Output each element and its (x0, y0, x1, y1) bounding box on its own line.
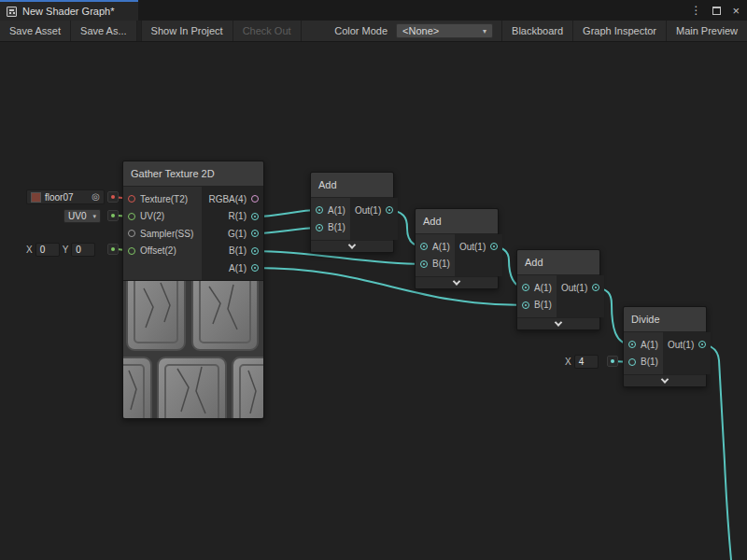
node-add-2[interactable]: Add A(1) B(1) Out(1) (415, 208, 499, 289)
graph-inspector-toggle-button[interactable]: Graph Inspector (572, 21, 666, 41)
port-label: A(1) (534, 283, 552, 293)
texture-object-field[interactable]: floor07 ◎ (26, 189, 105, 204)
port-b[interactable] (316, 224, 323, 231)
save-as-button[interactable]: Save As... (71, 21, 137, 41)
port-label: G(1) (228, 229, 247, 239)
port-texture[interactable] (128, 195, 135, 203)
preview-expander[interactable] (517, 317, 599, 329)
port-sampler[interactable] (128, 230, 135, 237)
node-title: Gather Texture 2D (123, 161, 263, 187)
port-out[interactable] (490, 243, 498, 250)
save-asset-button[interactable]: Save Asset (0, 21, 71, 41)
object-picker-icon[interactable]: ◎ (92, 192, 100, 202)
input-ports: A(1) B(1) (517, 275, 557, 317)
output-ports: RGBA(4) R(1) G(1) B(1) A(1) (202, 187, 263, 280)
port-out[interactable] (386, 206, 393, 214)
offset-x-input[interactable]: 0 (35, 243, 60, 257)
port-a[interactable] (628, 341, 636, 348)
offset-y-input[interactable]: 0 (71, 243, 95, 257)
graph-inspector-label: Graph Inspector (583, 25, 656, 36)
port-label: B(1) (328, 222, 345, 232)
tab-shader-graph[interactable]: New Shader Graph* (0, 0, 138, 21)
preview-expander[interactable] (624, 374, 706, 386)
offset-vector2-field: X 0 Y 0 (26, 243, 95, 257)
input-ports: A(1) B(1) (311, 198, 350, 240)
port-label: Texture(T2) (140, 194, 188, 204)
preview-expander[interactable] (416, 276, 498, 288)
node-title: Add (517, 250, 599, 275)
port-offset[interactable] (128, 247, 135, 255)
port-label: B(1) (534, 300, 552, 310)
port-label: B(1) (432, 259, 450, 269)
chevron-down-icon (453, 277, 460, 285)
port-out[interactable] (698, 341, 706, 348)
chevron-down-icon: ▾ (92, 213, 96, 220)
chevron-down-icon (661, 375, 669, 383)
blackboard-label: Blackboard (512, 25, 563, 36)
node-add-1[interactable]: Add A(1) B(1) Out(1) (310, 172, 394, 253)
texture-swatch (31, 192, 41, 203)
port-uv[interactable] (128, 213, 135, 220)
close-icon[interactable]: × (732, 5, 740, 17)
node-add-3[interactable]: Add A(1) B(1) Out(1) (516, 249, 600, 330)
port-g[interactable] (251, 230, 259, 237)
port-label: A(1) (328, 205, 345, 216)
port-a[interactable] (522, 284, 529, 291)
texture-field-value: floor07 (45, 192, 74, 203)
port-b[interactable] (628, 358, 636, 366)
save-as-label: Save As... (80, 25, 127, 36)
port-a[interactable] (420, 243, 428, 250)
uv-stub-port[interactable] (107, 210, 119, 221)
main-preview-toggle-button[interactable]: Main Preview (666, 21, 747, 41)
offset-x-label: X (26, 245, 33, 255)
divide-b-field: X 4 (565, 355, 599, 369)
chevron-down-icon (555, 318, 562, 326)
offset-stub-port[interactable] (107, 244, 119, 255)
port-b[interactable] (420, 260, 428, 268)
port-a[interactable] (251, 264, 259, 272)
maximize-icon[interactable] (712, 7, 721, 15)
port-b[interactable] (251, 247, 259, 255)
output-ports: Out(1) (350, 198, 398, 240)
edge-layer (0, 42, 747, 560)
port-rgba[interactable] (251, 195, 259, 203)
port-b[interactable] (522, 301, 529, 309)
node-title: Divide (624, 307, 706, 332)
node-divide[interactable]: Divide A(1) B(1) Out(1) (623, 306, 707, 387)
show-in-project-label: Show In Project (151, 25, 223, 36)
edge-b-to-add2-b[interactable] (255, 251, 423, 264)
offset-y-label: Y (63, 245, 69, 255)
uv-channel-value: UV0 (68, 211, 86, 221)
port-a[interactable] (316, 206, 323, 214)
texture-stub-port[interactable] (107, 191, 119, 203)
divide-b-label: X (565, 357, 571, 367)
port-label: RGBA(4) (208, 194, 247, 204)
show-in-project-button[interactable]: Show In Project (142, 21, 233, 41)
window-controls: ⋮ × (690, 0, 740, 21)
port-r[interactable] (251, 213, 259, 220)
color-mode-value: <None> (402, 25, 439, 36)
input-ports: A(1) B(1) (624, 332, 663, 374)
chevron-down-icon (348, 241, 356, 248)
edge-g-to-add1-b[interactable] (255, 228, 318, 233)
blackboard-toggle-button[interactable]: Blackboard (501, 21, 572, 41)
node-title: Add (416, 209, 498, 234)
port-label: R(1) (229, 211, 247, 221)
port-out[interactable] (592, 284, 599, 291)
window-menu-icon[interactable]: ⋮ (690, 5, 701, 16)
port-label: Sampler(SS) (140, 229, 193, 239)
check-out-label: Check Out (243, 25, 291, 36)
titlebar: New Shader Graph* ⋮ × (0, 0, 747, 21)
port-label: UV(2) (140, 211, 164, 221)
divide-b-input[interactable]: 4 (574, 355, 599, 369)
uv-channel-dropdown[interactable]: UV0 ▾ (63, 209, 101, 223)
output-ports: Out(1) (455, 234, 502, 276)
edge-r-to-add1-a[interactable] (255, 210, 318, 217)
divide-b-stub-port[interactable] (607, 356, 618, 367)
node-gather-texture-2d[interactable]: Gather Texture 2D Texture(T2) UV(2) Samp… (122, 161, 264, 419)
color-mode-dropdown[interactable]: <None> ▾ (396, 23, 493, 38)
graph-canvas[interactable]: floor07 ◎ UV0 ▾ X 0 Y 0 X 4 Gather Textu… (0, 42, 747, 560)
chevron-down-icon: ▾ (483, 27, 486, 35)
preview-expander[interactable] (311, 240, 393, 252)
port-label: A(1) (229, 263, 247, 273)
